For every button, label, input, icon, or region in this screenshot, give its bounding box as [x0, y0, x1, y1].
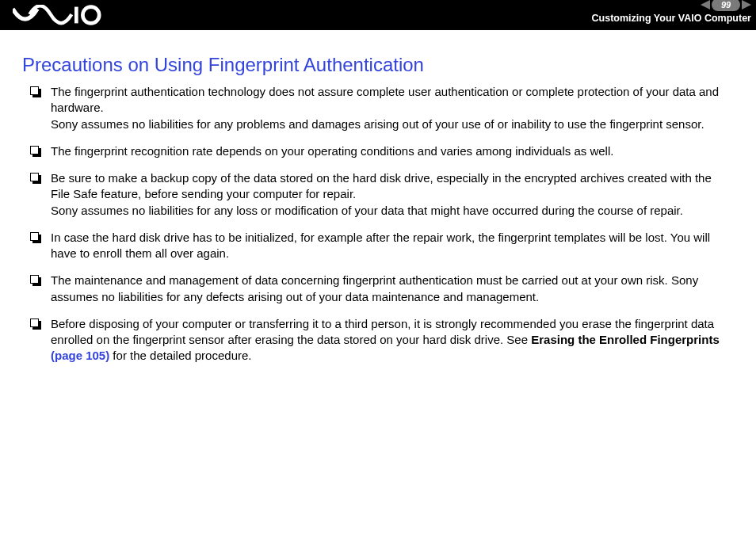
- vaio-logo: [13, 2, 103, 29]
- page-nav: 99: [701, 0, 751, 11]
- bullet-icon: [30, 232, 42, 244]
- list-item: The fingerprint authentication technolog…: [30, 84, 734, 132]
- bold-ref: Erasing the Enrolled Fingerprints: [531, 333, 720, 346]
- bullet-text: Be sure to make a backup copy of the dat…: [51, 171, 712, 200]
- page-content: Precautions on Using Fingerprint Authent…: [0, 30, 756, 364]
- list-item: Before disposing of your computer or tra…: [30, 316, 734, 364]
- bullet-text: Sony assumes no liabilities for any loss…: [51, 204, 683, 217]
- svg-rect-0: [74, 7, 78, 24]
- section-title: Customizing Your VAIO Computer: [592, 13, 751, 24]
- list-item: The maintenance and management of data c…: [30, 273, 734, 305]
- list-item: In case the hard disk drive has to be in…: [30, 230, 734, 262]
- nav-next-icon[interactable]: [742, 0, 751, 10]
- page-title: Precautions on Using Fingerprint Authent…: [22, 54, 734, 76]
- nav-prev-icon[interactable]: [701, 0, 710, 10]
- bullet-icon: [30, 275, 42, 287]
- bullet-list: The fingerprint authentication technolog…: [22, 84, 734, 364]
- bullet-text: In case the hard disk drive has to be in…: [51, 231, 710, 260]
- svg-point-1: [82, 7, 99, 24]
- bullet-text: The fingerprint recognition rate depends…: [51, 144, 613, 158]
- bullet-text: The maintenance and management of data c…: [51, 273, 698, 303]
- list-item: Be sure to make a backup copy of the dat…: [30, 170, 734, 219]
- bullet-icon: [30, 173, 42, 185]
- page-number-pill: 99: [712, 0, 740, 11]
- bullet-text: for the detailed procedure.: [109, 349, 251, 362]
- bullet-text: The fingerprint authentication technolog…: [51, 85, 719, 114]
- bullet-icon: [30, 146, 42, 158]
- page-number: 99: [721, 0, 731, 10]
- header-bar: 99 Customizing Your VAIO Computer: [0, 0, 756, 30]
- bullet-icon: [30, 86, 42, 98]
- bullet-icon: [30, 318, 42, 330]
- list-item: The fingerprint recognition rate depends…: [30, 143, 734, 159]
- page-link[interactable]: (page 105): [51, 349, 109, 362]
- bullet-text: Sony assumes no liabilities for any prob…: [51, 117, 704, 131]
